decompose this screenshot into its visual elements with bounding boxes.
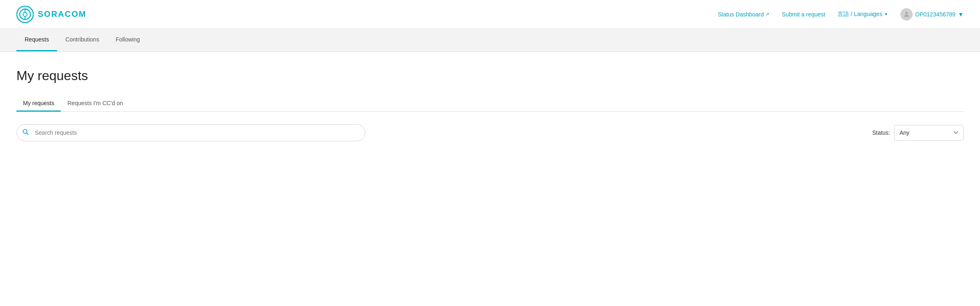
status-filter: Status: Any Open Awaiting your reply Sol… bbox=[872, 125, 964, 140]
submit-request-label: Submit a request bbox=[782, 11, 825, 18]
logo-area: SORACOM bbox=[16, 6, 86, 23]
user-chevron-icon: ▼ bbox=[958, 11, 964, 18]
nav-tabs: Requests Contributions Following bbox=[16, 29, 964, 51]
languages-label: 言語 / Languages bbox=[838, 11, 882, 18]
sub-tabs: My requests Requests I'm CC'd on bbox=[16, 96, 964, 112]
svg-point-4 bbox=[905, 12, 908, 14]
user-avatar bbox=[900, 8, 913, 21]
nav-tab-contributions[interactable]: Contributions bbox=[57, 29, 108, 51]
languages-chevron-icon: ▼ bbox=[884, 12, 888, 16]
search-wrapper bbox=[16, 124, 365, 141]
nav-tabs-bar: Requests Contributions Following bbox=[0, 29, 980, 52]
soracom-logo-icon bbox=[16, 6, 34, 23]
svg-point-1 bbox=[23, 12, 27, 16]
header-nav: Status Dashboard ↗ Submit a request 言語 /… bbox=[718, 8, 964, 21]
status-dashboard-label: Status Dashboard bbox=[718, 11, 764, 18]
search-filter-row: Status: Any Open Awaiting your reply Sol… bbox=[16, 124, 964, 141]
main-content: My requests My requests Requests I'm CC'… bbox=[0, 52, 980, 150]
user-name-label: OP0123456789 bbox=[915, 11, 955, 18]
nav-tab-requests[interactable]: Requests bbox=[16, 29, 57, 51]
status-dashboard-link[interactable]: Status Dashboard ↗ bbox=[718, 11, 769, 18]
sub-tab-ccd-on[interactable]: Requests I'm CC'd on bbox=[61, 96, 129, 112]
nav-tab-following[interactable]: Following bbox=[108, 29, 148, 51]
submit-request-link[interactable]: Submit a request bbox=[782, 11, 825, 18]
languages-button[interactable]: 言語 / Languages ▼ bbox=[838, 11, 888, 18]
search-input[interactable] bbox=[16, 124, 365, 141]
external-link-icon: ↗ bbox=[765, 12, 769, 17]
user-menu-button[interactable]: OP0123456789 ▼ bbox=[900, 8, 964, 21]
status-select[interactable]: Any Open Awaiting your reply Solved bbox=[894, 125, 964, 140]
logo-text: SORACOM bbox=[38, 9, 86, 19]
header: SORACOM Status Dashboard ↗ Submit a requ… bbox=[0, 0, 980, 29]
status-label: Status: bbox=[872, 129, 890, 136]
sub-tab-my-requests[interactable]: My requests bbox=[16, 96, 61, 112]
page-title: My requests bbox=[16, 68, 964, 83]
